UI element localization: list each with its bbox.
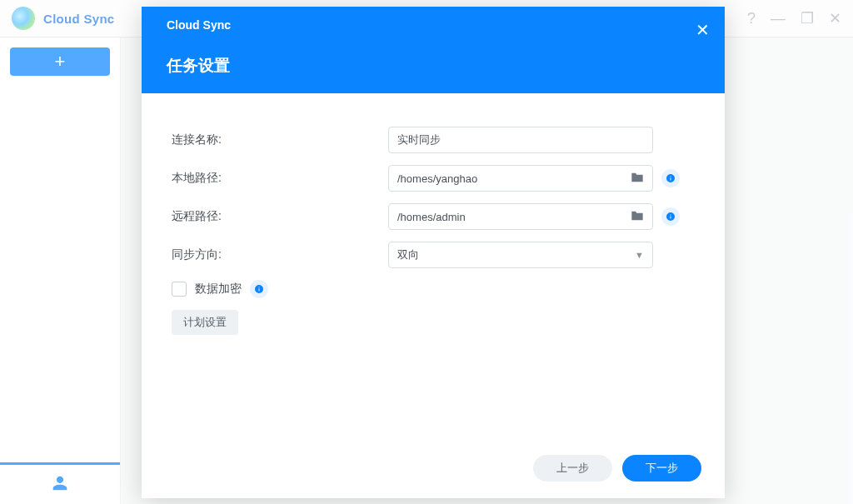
sync-direction-select[interactable]: 双向 ▼: [388, 242, 653, 268]
next-button[interactable]: 下一步: [622, 455, 701, 482]
modal-header: Cloud Sync 任务设置 ✕: [142, 7, 725, 93]
info-icon[interactable]: [661, 207, 680, 226]
remote-path-input[interactable]: [388, 203, 653, 230]
remote-path-field[interactable]: [397, 211, 631, 223]
chevron-down-icon: ▼: [635, 250, 644, 260]
modal-subtitle: 任务设置: [167, 55, 708, 77]
label-local-path: 本地路径:: [172, 171, 388, 186]
row-encryption: 数据加密: [172, 280, 695, 298]
label-encryption: 数据加密: [195, 282, 242, 297]
connection-name-input[interactable]: [388, 127, 653, 153]
task-settings-modal: Cloud Sync 任务设置 ✕ 连接名称: 本地路径:: [142, 7, 725, 498]
row-local-path: 本地路径:: [172, 165, 695, 192]
local-path-field[interactable]: [397, 172, 631, 185]
row-connection-name: 连接名称:: [172, 127, 695, 153]
info-icon[interactable]: [250, 280, 268, 298]
modal-title: Cloud Sync: [167, 18, 708, 32]
modal-footer: 上一步 下一步: [142, 443, 725, 498]
label-connection-name: 连接名称:: [172, 132, 388, 147]
info-icon[interactable]: [661, 169, 680, 187]
folder-icon[interactable]: [631, 210, 644, 224]
row-sync-direction: 同步方向: 双向 ▼: [172, 242, 695, 268]
label-remote-path: 远程路径:: [172, 209, 388, 224]
prev-button[interactable]: 上一步: [533, 455, 612, 482]
modal-body: 连接名称: 本地路径:: [142, 93, 725, 443]
schedule-button[interactable]: 计划设置: [172, 310, 238, 335]
local-path-input[interactable]: [388, 165, 653, 192]
encryption-checkbox[interactable]: [172, 282, 187, 297]
sync-direction-value: 双向: [397, 247, 419, 262]
row-remote-path: 远程路径:: [172, 203, 695, 230]
folder-icon[interactable]: [631, 172, 644, 186]
label-sync-direction: 同步方向:: [172, 247, 388, 262]
connection-name-field[interactable]: [397, 134, 644, 147]
close-icon[interactable]: ✕: [696, 20, 710, 40]
